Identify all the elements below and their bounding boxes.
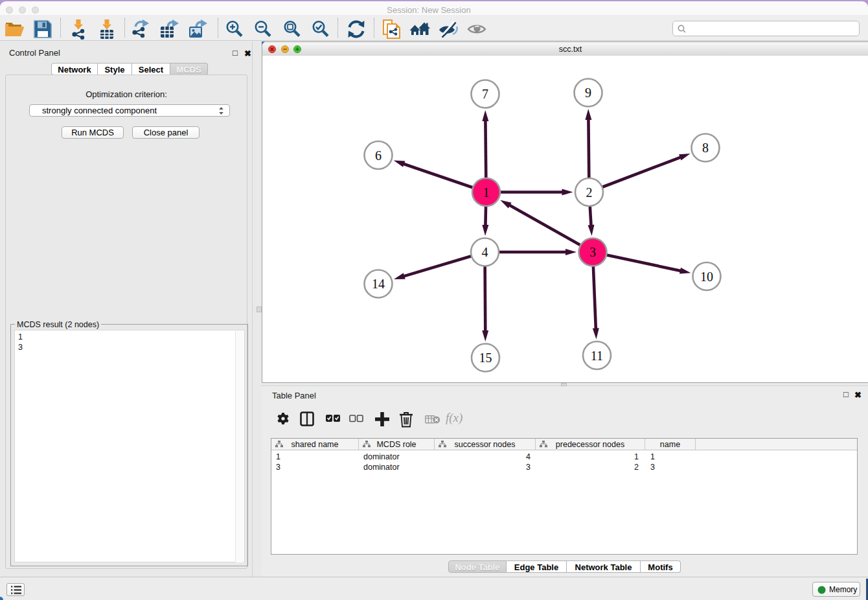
- svg-text:11: 11: [591, 349, 603, 363]
- svg-text:2: 2: [586, 185, 593, 200]
- svg-text:9: 9: [585, 86, 591, 100]
- svg-text:14: 14: [372, 277, 385, 291]
- svg-text:10: 10: [700, 270, 713, 284]
- svg-text:6: 6: [375, 148, 382, 163]
- svg-text:15: 15: [479, 351, 492, 365]
- svg-text:1: 1: [483, 185, 490, 200]
- svg-text:8: 8: [702, 141, 709, 155]
- svg-text:7: 7: [482, 87, 488, 101]
- svg-text:4: 4: [482, 245, 488, 259]
- svg-text:3: 3: [589, 245, 596, 259]
